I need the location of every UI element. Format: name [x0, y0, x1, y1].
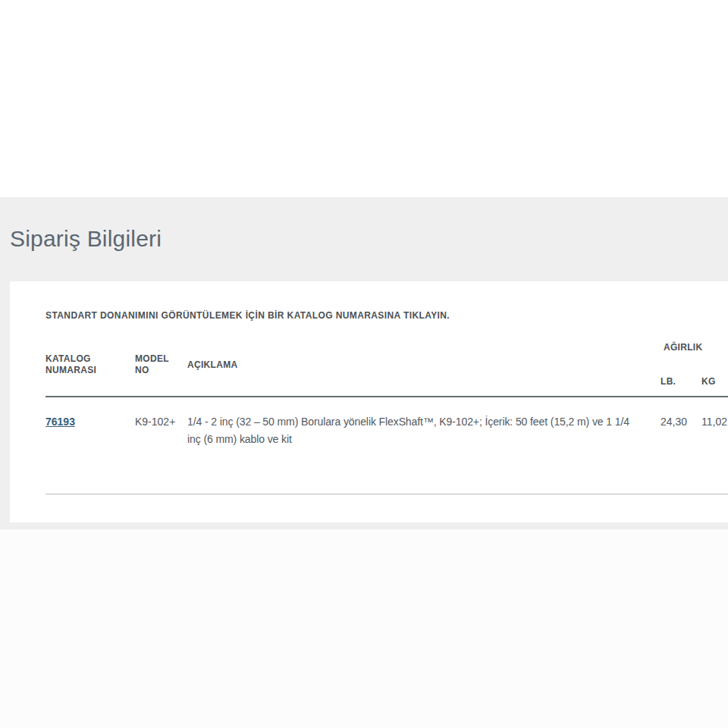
description-cell: 1/4 - 2 inç (32 – 50 mm) Borulara yöneli… [187, 413, 661, 448]
column-group-weight: AĞIRLIK LB. KG [661, 342, 728, 388]
column-header-weight: AĞIRLIK [661, 342, 728, 353]
weight-lb-cell: 24,30 [661, 413, 701, 431]
table-header-row: KATALOG NUMARASI MODEL NO AÇIKLAMA AĞIRL… [46, 342, 728, 397]
catalog-number-link[interactable]: 76193 [46, 416, 75, 428]
column-header-description: AÇIKLAMA [187, 359, 661, 371]
page-top-whitespace [0, 0, 728, 197]
page-title: Sipariş Bilgileri [10, 226, 162, 252]
order-info-section: Sipariş Bilgileri STANDART DONANIMINI GÖ… [0, 197, 728, 529]
column-header-model-no: MODEL NO [135, 353, 174, 376]
catalog-number-cell: 76193 [46, 413, 135, 431]
order-table-card: STANDART DONANIMINI GÖRÜNTÜLEMEK İÇİN Bİ… [10, 281, 728, 522]
column-header-kg: KG [701, 376, 728, 388]
table-row: 76193 K9-102+ 1/4 - 2 inç (32 – 50 mm) B… [46, 397, 728, 494]
column-header-lb: LB. [661, 376, 701, 388]
table-instruction: STANDART DONANIMINI GÖRÜNTÜLEMEK İÇİN Bİ… [46, 310, 728, 321]
weight-kg-cell: 11,02 [701, 413, 728, 431]
column-header-catalog-number: KATALOG NUMARASI [46, 353, 110, 376]
model-no-cell: K9-102+ [135, 413, 187, 431]
